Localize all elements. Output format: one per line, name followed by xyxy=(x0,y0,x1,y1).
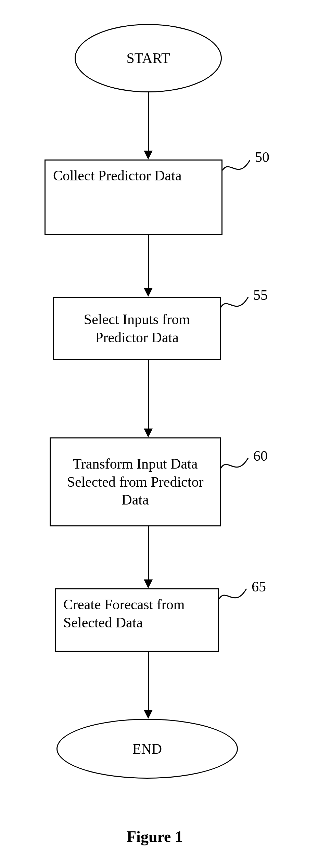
flowchart-canvas: START Collect Predictor Data 50 Select I… xyxy=(0,0,318,868)
step-65-num: 65 xyxy=(252,578,266,595)
leader-65 xyxy=(219,585,250,606)
arrow-65-to-end-head xyxy=(144,710,153,719)
step-65-text: Create Forecast from Selected Data xyxy=(63,596,211,631)
step-60-num: 60 xyxy=(253,448,268,464)
step-50-num: 50 xyxy=(255,149,269,165)
step-55-num: 55 xyxy=(253,287,268,303)
leader-50 xyxy=(222,157,253,177)
end-terminator: END xyxy=(56,719,238,779)
arrow-start-to-50-head xyxy=(144,151,153,159)
arrow-55-to-60-head xyxy=(144,429,153,437)
step-60-text: Transform Input Data Selected from Predi… xyxy=(61,455,209,509)
step-55-box: Select Inputs from Predictor Data xyxy=(53,297,221,360)
step-50-text: Collect Predictor Data xyxy=(53,167,182,185)
leader-55 xyxy=(221,294,252,314)
arrow-start-to-50 xyxy=(148,92,149,151)
arrow-60-to-65-head xyxy=(144,579,153,588)
step-50-box: Collect Predictor Data xyxy=(44,159,222,235)
arrow-50-to-55 xyxy=(148,235,149,288)
leader-60 xyxy=(221,455,252,475)
end-label: END xyxy=(132,741,162,757)
arrow-60-to-65 xyxy=(148,526,149,579)
arrow-55-to-60 xyxy=(148,360,149,429)
arrow-50-to-55-head xyxy=(144,288,153,297)
start-label: START xyxy=(126,50,170,66)
start-terminator: START xyxy=(75,24,222,92)
figure-caption: Figure 1 xyxy=(127,828,183,846)
step-60-box: Transform Input Data Selected from Predi… xyxy=(50,437,221,526)
step-55-text: Select Inputs from Predictor Data xyxy=(64,310,209,346)
arrow-65-to-end xyxy=(148,652,149,710)
step-65-box: Create Forecast from Selected Data xyxy=(55,588,219,652)
